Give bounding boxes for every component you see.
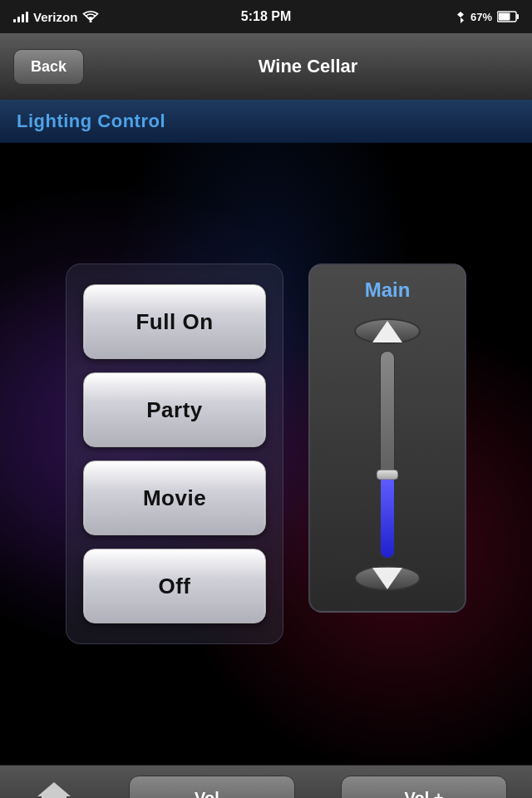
arrow-down-icon xyxy=(372,568,402,589)
slider-label: Main xyxy=(365,278,411,302)
scene-off-button[interactable]: Off xyxy=(83,549,266,623)
vol-plus-button[interactable]: Vol + xyxy=(341,776,507,799)
status-left: Verizon xyxy=(13,10,99,24)
back-button[interactable]: Back xyxy=(13,49,84,85)
home-button[interactable] xyxy=(25,774,83,799)
slider-up-button[interactable] xyxy=(354,318,421,344)
panel-container: Full On Party Movie Off Main xyxy=(66,264,466,644)
wifi-icon xyxy=(82,11,99,22)
slider-down-button[interactable] xyxy=(354,565,421,591)
slider-track[interactable] xyxy=(380,351,395,559)
section-title: Lighting Control xyxy=(17,111,165,132)
slider-fill xyxy=(381,475,394,558)
status-right: 67% xyxy=(456,10,519,23)
carrier-label: Verizon xyxy=(33,10,77,24)
svg-point-0 xyxy=(90,21,92,23)
scene-party-button[interactable]: Party xyxy=(83,372,266,447)
time-label: 5:18 PM xyxy=(241,9,291,24)
nav-title: Wine Cellar xyxy=(97,56,519,77)
section-header: Lighting Control xyxy=(0,100,532,143)
nav-bar: Back Wine Cellar xyxy=(0,33,532,100)
vol-minus-button[interactable]: Vol - xyxy=(129,776,295,799)
status-bar: Verizon 5:18 PM 67% xyxy=(0,0,532,33)
svg-rect-3 xyxy=(499,13,510,21)
home-icon xyxy=(33,778,75,799)
scene-full-on-button[interactable]: Full On xyxy=(83,284,266,359)
signal-icon xyxy=(13,11,28,22)
svg-marker-4 xyxy=(37,782,71,799)
footer: Vol - Vol + xyxy=(0,765,532,798)
main-content: Full On Party Movie Off Main xyxy=(0,143,532,765)
slider-track-area xyxy=(310,351,465,559)
buttons-panel: Full On Party Movie Off xyxy=(66,264,283,644)
svg-rect-2 xyxy=(517,14,520,19)
slider-panel: Main xyxy=(308,264,466,613)
battery-label: 67% xyxy=(470,11,492,23)
battery-icon xyxy=(497,11,519,22)
arrow-up-icon xyxy=(372,321,402,342)
bluetooth-icon xyxy=(456,10,466,23)
scene-movie-button[interactable]: Movie xyxy=(83,461,266,535)
slider-thumb[interactable] xyxy=(377,470,398,480)
